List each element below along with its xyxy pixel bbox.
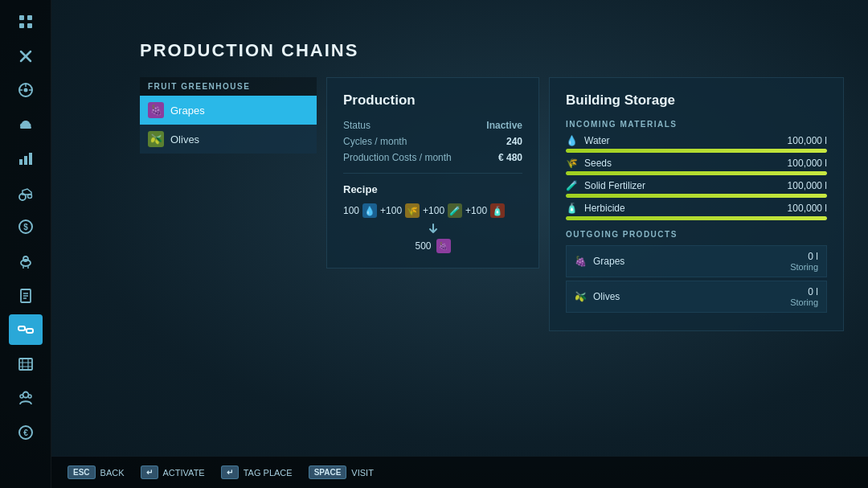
svg-point-35 (20, 395, 23, 398)
svg-rect-33 (19, 359, 32, 370)
svg-rect-15 (19, 159, 23, 165)
olives-icon: 🫒 (148, 131, 164, 147)
sidebar-item-workers[interactable] (9, 383, 43, 414)
water-progress-bg (566, 149, 827, 153)
outgoing-grapes: 🍇 Grapes 0 l Storing (566, 245, 827, 277)
herbicide-name: Herbicide (584, 203, 625, 214)
building-storage-panel: Building Storage INCOMING MATERIALS 💧 Wa… (549, 77, 844, 331)
svg-rect-14 (20, 126, 31, 129)
tag-place-button[interactable]: ↵ TAG PLACE (221, 465, 293, 479)
svg-rect-1 (27, 15, 32, 20)
left-section-label: FRUIT GREENHOUSE (140, 77, 317, 96)
divider (343, 173, 522, 174)
fertilizer-name: Solid Fertilizer (584, 180, 645, 191)
sidebar-item-stats[interactable] (9, 143, 43, 174)
bottom-bar: ESC BACK ↵ ACTIVATE ↵ TAG PLACE SPACE VI… (51, 456, 868, 488)
sidebar-item-tractor[interactable] (9, 178, 43, 209)
herbicide-progress-bg (566, 216, 827, 220)
sidebar-item-chain[interactable] (9, 314, 43, 346)
back-label: BACK (100, 468, 125, 478)
sidebar-item-book[interactable] (9, 280, 43, 311)
list-item-olives[interactable]: 🫒 Olives (140, 125, 317, 154)
sidebar-item-map[interactable] (9, 348, 43, 379)
sidebar-item-animal[interactable] (9, 246, 43, 277)
space-key: SPACE (309, 465, 347, 479)
costs-row: Production Costs / month € 480 (343, 152, 522, 163)
fertilizer-icon: 🧪 (566, 180, 578, 191)
water-name: Water (584, 135, 610, 146)
recipe-output-amount: 500 (415, 240, 431, 252)
visit-button[interactable]: SPACE VISIT (309, 465, 374, 479)
cycles-label: Cycles / month (343, 136, 407, 147)
recipe-inputs-row: 100 💧 +100 🌾 +100 🧪 +100 🧴 (343, 203, 522, 218)
outgoing-label: OUTGOING PRODUCTS (566, 230, 827, 239)
incoming-water: 💧 Water 100,000 l (566, 135, 827, 153)
outgoing-olives: 🫒 Olives 0 l Storing (566, 281, 827, 313)
seeds-value: 100,000 l (788, 158, 827, 169)
costs-value: € 480 (498, 152, 522, 163)
outgoing-grapes-name: Grapes (593, 256, 624, 267)
herbicide-value: 100,000 l (788, 203, 827, 214)
sidebar-item-money[interactable]: $ (9, 211, 43, 243)
svg-rect-31 (27, 329, 33, 333)
tag-key: ↵ (221, 465, 239, 479)
svg-point-23 (23, 256, 28, 261)
outgoing-olives-name: Olives (593, 291, 620, 302)
activate-button[interactable]: ↵ ACTIVATE (141, 465, 205, 479)
outgoing-olives-icon: 🫒 (575, 291, 587, 302)
fertilizer-recipe-icon: 🧪 (448, 203, 462, 218)
list-item-grapes[interactable]: 🍇 Grapes (140, 96, 317, 125)
herbicide-progress-fill (566, 216, 827, 220)
main-content: PRODUCTION CHAINS FRUIT GREENHOUSE 🍇 Gra… (51, 0, 868, 456)
water-progress-fill (566, 149, 827, 153)
incoming-herbicide: 🧴 Herbicide 100,000 l (566, 203, 827, 220)
fertilizer-progress-bg (566, 194, 827, 198)
storage-title: Building Storage (566, 92, 827, 109)
sidebar-item-steering[interactable] (9, 75, 43, 106)
page-title: PRODUCTION CHAINS (140, 40, 844, 61)
svg-rect-0 (19, 15, 24, 20)
svg-rect-3 (27, 23, 32, 28)
cycles-row: Cycles / month 240 (343, 136, 522, 147)
production-title: Production (343, 92, 522, 109)
outgoing-grapes-value: 0 l (790, 251, 818, 262)
cycles-value: 240 (506, 136, 522, 147)
list-item-olives-label: Olives (170, 133, 199, 146)
activate-label: ACTIVATE (163, 468, 205, 478)
recipe-plus-1: +100 (380, 205, 402, 216)
sidebar-item-tools[interactable] (9, 41, 43, 72)
incoming-fertilizer: 🧪 Solid Fertilizer 100,000 l (566, 180, 827, 198)
recipe-arrow (343, 223, 522, 234)
activate-key: ↵ (141, 465, 158, 479)
water-recipe-icon: 💧 (362, 203, 377, 218)
fertilizer-value: 100,000 l (788, 180, 827, 191)
columns-container: FRUIT GREENHOUSE 🍇 Grapes 🫒 Olives Produ… (140, 77, 844, 331)
seeds-progress-bg (566, 171, 827, 175)
recipe-plus-3: +100 (465, 205, 487, 216)
fertilizer-progress-fill (566, 194, 827, 198)
outgoing-olives-value: 0 l (790, 286, 818, 297)
esc-back-button[interactable]: ESC BACK (68, 465, 125, 479)
seeds-progress-fill (566, 171, 827, 175)
recipe-input-amount-1: 100 (343, 205, 359, 216)
production-panel: Production Status Inactive Cycles / mont… (326, 77, 539, 269)
sidebar-item-euro[interactable]: € (9, 416, 43, 448)
incoming-label: INCOMING MATERIALS (566, 120, 827, 129)
sidebar-item-weather[interactable] (9, 109, 43, 141)
svg-text:€: € (23, 429, 28, 437)
recipe-plus-2: +100 (423, 205, 444, 216)
incoming-seeds: 🌾 Seeds 100,000 l (566, 158, 827, 175)
recipe-title: Recipe (343, 183, 522, 195)
svg-rect-30 (18, 326, 25, 330)
outgoing-grapes-icon: 🍇 (575, 256, 587, 267)
tag-label: TAG PLACE (244, 468, 293, 478)
recipe-output-row: 500 🍇 (343, 239, 522, 253)
seeds-name: Seeds (584, 158, 612, 169)
sidebar-item-overview[interactable] (9, 6, 43, 38)
herbicide-icon: 🧴 (566, 203, 578, 214)
left-panel: FRUIT GREENHOUSE 🍇 Grapes 🫒 Olives (140, 77, 317, 154)
output-grapes-icon: 🍇 (436, 239, 451, 253)
esc-key: ESC (68, 465, 96, 479)
svg-rect-17 (29, 153, 32, 165)
grapes-icon: 🍇 (148, 102, 164, 118)
